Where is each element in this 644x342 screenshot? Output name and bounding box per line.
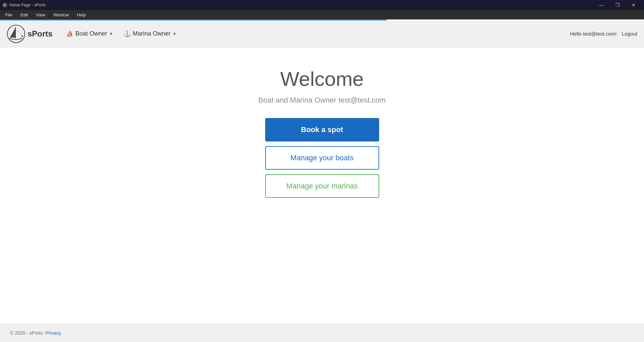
manage-boats-button[interactable]: Manage your boats (265, 146, 379, 170)
boat-owner-dropdown-arrow: ▼ (109, 32, 113, 36)
footer: © 2020 - sPorts - Privacy (0, 324, 644, 342)
logo[interactable]: sPorts (7, 24, 53, 43)
book-spot-button[interactable]: Book a spot (265, 118, 379, 141)
boat-owner-label: Boat Owner (75, 30, 107, 37)
marina-owner-menu[interactable]: ⚓ Marina Owner ▼ (120, 28, 180, 40)
anchor-icon: ⚓ (123, 30, 131, 38)
logout-button[interactable]: Logout (622, 31, 637, 37)
boat-icon: ⛵ (66, 30, 73, 38)
navbar-right: Hello test@test.com! Logout (570, 31, 638, 37)
manage-marinas-button[interactable]: Manage your marinas (265, 174, 379, 198)
title-bar-controls: — ❐ ✕ (594, 0, 641, 10)
menu-window[interactable]: Window (49, 11, 73, 19)
minimize-button[interactable]: — (594, 0, 609, 10)
welcome-title: Welcome (280, 67, 364, 91)
svg-point-0 (7, 25, 25, 42)
restore-button[interactable]: ❐ (610, 0, 625, 10)
svg-point-2 (21, 35, 23, 37)
menu-view[interactable]: View (32, 11, 49, 19)
navbar-left: sPorts ⛵ Boat Owner ▼ ⚓ Marina Owner ▼ (7, 24, 180, 43)
welcome-subtitle: Boat and Marina Owner test@test.com (258, 96, 386, 105)
close-button[interactable]: ✕ (626, 0, 641, 10)
nav-links: ⛵ Boat Owner ▼ ⚓ Marina Owner ▼ (63, 28, 180, 40)
title-bar-title: Home Page - sPorts (9, 3, 46, 7)
navbar: sPorts ⛵ Boat Owner ▼ ⚓ Marina Owner ▼ H… (0, 20, 644, 47)
privacy-link[interactable]: Privacy (46, 330, 61, 336)
logo-icon (7, 24, 25, 43)
menu-help[interactable]: Help (73, 11, 90, 19)
boat-owner-menu[interactable]: ⛵ Boat Owner ▼ (63, 28, 117, 40)
menu-edit[interactable]: Edit (16, 11, 32, 19)
title-bar: ⊙ Home Page - sPorts — ❐ ✕ (0, 0, 644, 10)
marina-owner-dropdown-arrow: ▼ (173, 32, 177, 36)
footer-copyright: © 2020 - sPorts - (10, 330, 46, 336)
brand-name: sPorts (27, 29, 53, 39)
main-content: Welcome Boat and Marina Owner test@test.… (0, 47, 644, 203)
menu-file[interactable]: File (1, 11, 16, 19)
title-bar-icon: ⊙ (3, 3, 7, 7)
menu-bar: File Edit View Window Help (0, 10, 644, 19)
hello-text: Hello test@test.com! (570, 31, 617, 37)
marina-owner-label: Marina Owner (133, 30, 171, 37)
